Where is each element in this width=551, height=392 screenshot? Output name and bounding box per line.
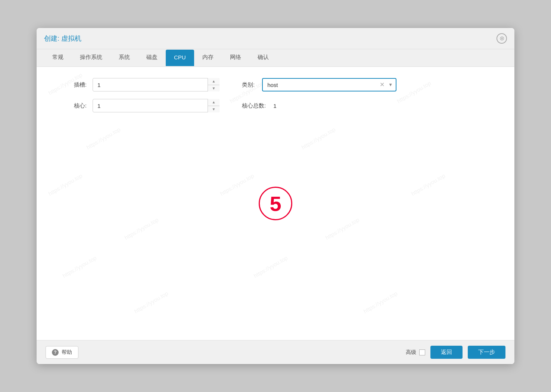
core-down-arrow[interactable]: ▼ [208, 106, 220, 113]
footer-left: ? 帮助 [46, 346, 78, 359]
total-cores-value: 1 [273, 103, 276, 109]
core-spinner: ▲ ▼ [208, 99, 220, 112]
help-label: 帮助 [62, 349, 72, 356]
category-dropdown-icon[interactable]: ▼ [387, 81, 394, 88]
close-button[interactable]: ⊗ [496, 33, 507, 44]
help-icon: ? [52, 349, 59, 356]
total-cores-label: 核心总数: [242, 102, 266, 109]
back-button[interactable]: 返回 [430, 346, 463, 359]
close-icon: ⊗ [499, 35, 504, 41]
core-input[interactable] [93, 99, 220, 112]
category-label: 类别: [242, 81, 255, 88]
advanced-label: 高级 [406, 349, 416, 356]
dialog-footer: ? 帮助 高级 返回 下一步 [37, 340, 514, 364]
category-clear-icon[interactable]: ✕ [378, 81, 386, 88]
tab-bar: 常规 操作系统 系统 磁盘 CPU 内存 网络 确认 [37, 49, 514, 67]
tab-neicun[interactable]: 内存 [194, 49, 222, 66]
advanced-checkbox[interactable] [419, 349, 425, 355]
dialog-header: 创建: 虚拟机 ⊗ [37, 28, 514, 49]
help-button[interactable]: ? 帮助 [46, 346, 78, 359]
category-actions: ✕ ▼ [378, 78, 396, 91]
slot-label: 插槽: [52, 81, 93, 88]
watermark-text: https://yyou.top [301, 126, 337, 151]
core-label: 核心: [52, 102, 93, 109]
category-input-wrap: ✕ ▼ [262, 78, 396, 91]
tab-cipan[interactable]: 磁盘 [138, 49, 166, 66]
tab-changgui[interactable]: 常规 [44, 49, 72, 66]
slot-row: 插槽: ▲ ▼ 类别: ✕ ▼ [52, 78, 499, 91]
watermark-text: https://yyou.top [47, 172, 83, 197]
watermark-text: https://yyou.top [410, 172, 446, 197]
footer-right: 高级 返回 下一步 [406, 346, 505, 359]
dialog-title: 创建: 虚拟机 [44, 34, 81, 43]
watermark-text: https://yyou.top [219, 172, 255, 197]
tab-xitong[interactable]: 系统 [110, 49, 138, 66]
create-vm-dialog: 创建: 虚拟机 ⊗ 常规 操作系统 系统 磁盘 CPU 内存 网络 确认 htt… [37, 28, 514, 364]
slot-spinner: ▲ ▼ [208, 78, 220, 91]
step-badge: 5 [259, 187, 292, 220]
watermark-text: https://yyou.top [362, 290, 399, 315]
core-row: 核心: ▲ ▼ 核心总数: 1 [52, 99, 499, 112]
watermark-text: https://yyou.top [85, 126, 122, 151]
total-cores-section: 核心总数: 1 [242, 102, 277, 109]
cpu-form: 插槽: ▲ ▼ 类别: ✕ ▼ [52, 78, 499, 112]
watermark-text: https://yyou.top [133, 290, 169, 315]
tab-cpu[interactable]: CPU [166, 50, 194, 66]
slot-input[interactable] [93, 78, 220, 91]
watermark-text: https://yyou.top [62, 255, 98, 279]
tab-caozuoxitong[interactable]: 操作系统 [72, 49, 110, 66]
core-input-wrap: ▲ ▼ [93, 99, 220, 112]
tab-wangluo[interactable]: 网络 [222, 49, 249, 66]
step-number: 5 [270, 192, 281, 216]
watermark-text: https://yyou.top [253, 255, 289, 279]
slot-input-wrap: ▲ ▼ [93, 78, 220, 91]
advanced-wrap: 高级 [406, 349, 425, 356]
dialog-body: https://yyou.top https://yyou.top https:… [37, 67, 514, 340]
category-input[interactable] [262, 78, 396, 91]
category-section: 类别: ✕ ▼ [242, 78, 396, 91]
slot-up-arrow[interactable]: ▲ [208, 78, 220, 85]
core-up-arrow[interactable]: ▲ [208, 99, 220, 106]
watermark-text: https://yyou.top [324, 216, 361, 241]
step-circle: 5 [259, 187, 292, 220]
watermark-text: https://yyou.top [124, 216, 160, 241]
tab-queren[interactable]: 确认 [249, 49, 277, 66]
next-button[interactable]: 下一步 [468, 346, 505, 359]
slot-down-arrow[interactable]: ▼ [208, 85, 220, 92]
